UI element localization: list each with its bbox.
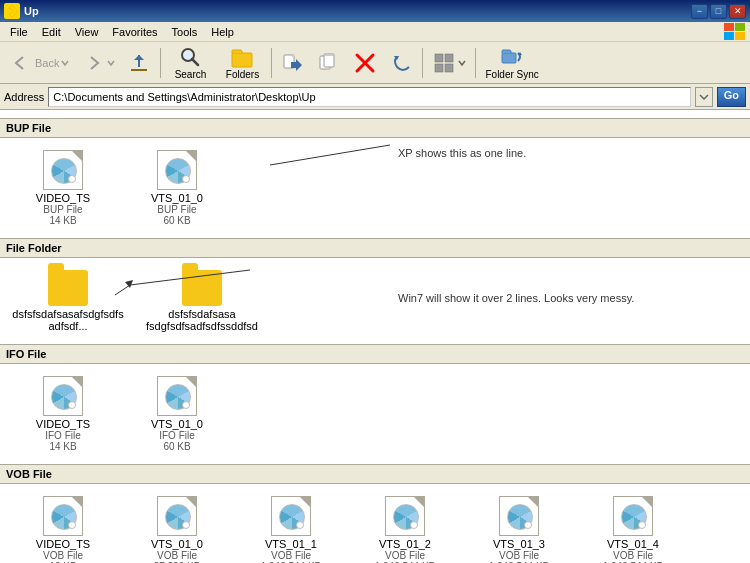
up-button[interactable]	[122, 48, 156, 78]
menu-file[interactable]: File	[4, 25, 34, 39]
corner-fold-4	[186, 377, 196, 387]
undo-button[interactable]	[384, 48, 418, 78]
dvd-hole-5	[68, 521, 76, 529]
separator-2	[271, 48, 272, 78]
svg-rect-14	[435, 54, 443, 62]
dvd-small-6	[165, 504, 191, 530]
file-name-vts011-vob: VTS_01_1	[265, 538, 317, 550]
file-type-vts013-vob: VOB File	[499, 550, 539, 561]
file-item-vts014-vob[interactable]: VTS_01_4 VOB File 1,048,544 KB	[578, 492, 688, 563]
close-button[interactable]: ✕	[729, 4, 746, 19]
bup-icon-video-ts	[43, 150, 83, 190]
win7-annotation: Win7 will show it over 2 lines. Looks ve…	[398, 292, 634, 304]
dvd-hole-1	[68, 175, 76, 183]
dvd-hole-9	[524, 521, 532, 529]
undo-icon	[389, 51, 413, 75]
address-dropdown[interactable]	[695, 87, 713, 107]
titlebar-title: Up	[24, 5, 39, 17]
search-icon	[178, 45, 202, 69]
menu-view[interactable]: View	[69, 25, 105, 39]
forward-icon	[81, 51, 105, 75]
file-item-vts010-vob[interactable]: VTS_01_0 VOB File 37,332 KB	[122, 492, 232, 563]
corner-fold-2	[186, 151, 196, 161]
file-item-vts012-vob[interactable]: VTS_01_2 VOB File 1,048,544 KB	[350, 492, 460, 563]
file-type-vts010-vob: VOB File	[157, 550, 197, 561]
file-size-video-ts-ifo: 14 KB	[49, 441, 76, 452]
file-item-vts011-vob[interactable]: VTS_01_1 VOB File 1,048,544 KB	[236, 492, 346, 563]
go-button[interactable]: Go	[717, 87, 746, 107]
move-icon	[281, 51, 305, 75]
dvd-small-1	[51, 158, 77, 184]
section-ifo-header: IFO File	[0, 344, 750, 364]
content-area: BUP File XP shows this as one line. VIDE…	[0, 110, 750, 563]
file-type-video-ts-ifo: IFO File	[45, 430, 81, 441]
corner-fold-8	[414, 497, 424, 507]
views-button[interactable]	[427, 48, 471, 78]
svg-rect-1	[735, 23, 745, 31]
file-name-folder-2: dsfsfsdafsasafsdgfsdfsadfsdfssddfsd	[146, 308, 258, 332]
dvd-hole-8	[410, 521, 418, 529]
vob-icon-video-ts	[43, 496, 83, 536]
views-icon	[432, 51, 456, 75]
copy-button[interactable]	[312, 48, 346, 78]
file-name-video-ts-ifo: VIDEO_TS	[36, 418, 90, 430]
dvd-hole-10	[638, 521, 646, 529]
back-label: Back	[35, 57, 59, 69]
svg-rect-16	[435, 64, 443, 72]
minimize-button[interactable]: −	[691, 4, 708, 19]
address-label: Address	[4, 91, 44, 103]
vob-icon-vts011	[271, 496, 311, 536]
svg-rect-0	[724, 23, 734, 31]
menu-favorites[interactable]: Favorites	[106, 25, 163, 39]
bup-file-grid: VIDEO_TS BUP File 14 KB VTS_01_0 BUP Fil…	[8, 142, 742, 234]
file-view[interactable]: BUP File XP shows this as one line. VIDE…	[0, 110, 750, 563]
file-item-video-ts-ifo[interactable]: VIDEO_TS IFO File 14 KB	[8, 372, 118, 456]
file-item-vts010-bup[interactable]: VTS_01_0 BUP File 60 KB	[122, 146, 232, 230]
file-item-video-ts-vob[interactable]: VIDEO_TS VOB File 10 KB	[8, 492, 118, 563]
copy-icon	[317, 51, 341, 75]
folders-icon	[230, 45, 254, 69]
file-size-video-ts-bup: 14 KB	[49, 215, 76, 226]
svg-line-6	[192, 59, 198, 65]
file-item-folder-1[interactable]: dsfsfsdafsasafsdgfsdfsadfsdf...	[8, 266, 128, 336]
folders-label: Folders	[226, 69, 259, 80]
windows-logo	[724, 23, 746, 41]
corner-fold	[72, 151, 82, 161]
maximize-button[interactable]: □	[710, 4, 727, 19]
forward-button[interactable]	[76, 48, 120, 78]
file-name-vts012-vob: VTS_01_2	[379, 538, 431, 550]
corner-fold-9	[528, 497, 538, 507]
up-icon	[127, 51, 151, 75]
search-button[interactable]: Search	[165, 42, 215, 83]
ifo-file-grid: VIDEO_TS IFO File 14 KB VTS_01_0 IFO Fil…	[8, 368, 742, 460]
vob-icon-vts013	[499, 496, 539, 536]
file-name-video-ts-bup: VIDEO_TS	[36, 192, 90, 204]
menu-help[interactable]: Help	[205, 25, 240, 39]
views-dropdown-icon	[458, 59, 466, 67]
dvd-small-4	[165, 384, 191, 410]
file-item-vts013-vob[interactable]: VTS_01_3 VOB File 1,048,544 KB	[464, 492, 574, 563]
folder-icon-1	[48, 270, 88, 306]
file-item-vts010-ifo[interactable]: VTS_01_0 IFO File 60 KB	[122, 372, 232, 456]
move-button[interactable]	[276, 48, 310, 78]
file-type-vts010-bup: BUP File	[157, 204, 196, 215]
folders-button[interactable]: Folders	[217, 42, 267, 83]
delete-button[interactable]	[348, 48, 382, 78]
ifo-icon-video-ts	[43, 376, 83, 416]
dvd-hole-2	[182, 175, 190, 183]
separator-1	[160, 48, 161, 78]
titlebar-buttons: − □ ✕	[691, 4, 746, 19]
folder-sync-button[interactable]: Folder Sync	[480, 42, 543, 83]
dvd-small-3	[51, 384, 77, 410]
dvd-small-8	[393, 504, 419, 530]
folder-tab-2	[182, 263, 198, 272]
file-name-video-ts-vob: VIDEO_TS	[36, 538, 90, 550]
menu-edit[interactable]: Edit	[36, 25, 67, 39]
file-item-video-ts-bup[interactable]: VIDEO_TS BUP File 14 KB	[8, 146, 118, 230]
file-name-vts010-bup: VTS_01_0	[151, 192, 203, 204]
address-input[interactable]	[48, 87, 690, 107]
file-item-folder-2[interactable]: dsfsfsdafsasafsdgfsdfsadfsdfssddfsd	[132, 266, 272, 336]
forward-dropdown-icon	[107, 59, 115, 67]
menu-tools[interactable]: Tools	[166, 25, 204, 39]
back-button[interactable]: Back	[4, 48, 74, 78]
